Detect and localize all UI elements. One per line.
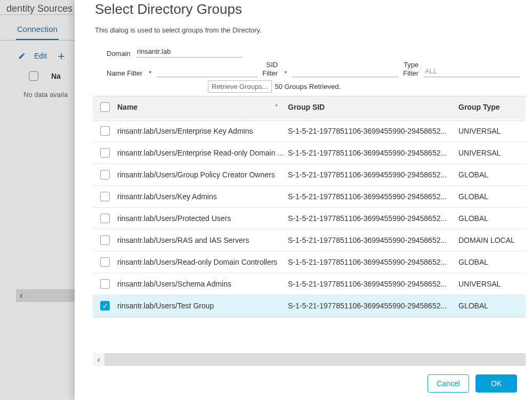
table-row[interactable]: rinsantr.lab/Users/RAS and IAS ServersS-… bbox=[93, 230, 526, 251]
type-filter-label: Type Filter bbox=[403, 61, 418, 77]
row-checkbox[interactable] bbox=[100, 214, 110, 223]
cell-group-sid: S-1-5-21-1977851106-3699455990-29458652.… bbox=[288, 280, 458, 288]
required-asterisk: * bbox=[283, 69, 287, 77]
cell-name: rinsantr.lab/Users/Schema Admins bbox=[117, 280, 288, 288]
table-row[interactable]: rinsantr.lab/Users/Read-only Domain Cont… bbox=[93, 251, 526, 273]
cell-group-sid: S-1-5-21-1977851106-3699455990-29458652.… bbox=[288, 236, 458, 244]
row-checkbox[interactable] bbox=[100, 148, 110, 158]
select-all-checkbox[interactable] bbox=[29, 71, 38, 81]
row-checkbox[interactable] bbox=[100, 279, 110, 289]
cell-name: rinsantr.lab/Users/Group Policy Creator … bbox=[117, 170, 288, 179]
column-group-type[interactable]: Group Type bbox=[458, 103, 526, 111]
cell-group-sid: S-1-5-21-1977851106-3699455990-29458652.… bbox=[288, 258, 458, 266]
cell-group-sid: S-1-5-21-1977851106-3699455990-29458652.… bbox=[288, 170, 458, 179]
required-asterisk: * bbox=[148, 69, 151, 77]
backdrop-pager[interactable]: ‹ bbox=[16, 289, 80, 302]
cell-name: rinsantr.lab/Users/RAS and IAS Servers bbox=[117, 236, 288, 244]
cell-name: rinsantr.lab/Users/Test Group bbox=[117, 301, 288, 310]
cell-group-sid: S-1-5-21-1977851106-3699455990-29458652.… bbox=[288, 301, 458, 310]
table-row[interactable]: rinsantr.lab/Users/Schema AdminsS-1-5-21… bbox=[93, 273, 526, 295]
edit-icon bbox=[18, 52, 26, 60]
chevron-left-icon[interactable]: ‹ bbox=[93, 353, 104, 366]
ok-button[interactable]: OK bbox=[475, 374, 517, 393]
table-row[interactable]: rinsantr.lab/Users/Key AdminsS-1-5-21-19… bbox=[93, 186, 526, 208]
sort-asc-icon: ˄ bbox=[275, 104, 288, 111]
cell-group-type: GLOBAL bbox=[458, 301, 526, 310]
dialog-footer: Cancel OK bbox=[75, 366, 532, 393]
domain-field[interactable] bbox=[136, 46, 243, 58]
filter-bar-2: Name Filter * SID Filter * Type Filter bbox=[75, 61, 532, 80]
cell-group-type: UNIVERSAL bbox=[458, 127, 526, 135]
dialog-description: This dialog is used to select groups fro… bbox=[75, 26, 532, 46]
cell-name: rinsantr.lab/Users/Read-only Domain Cont… bbox=[117, 258, 288, 266]
table-row[interactable]: rinsantr.lab/Users/Enterprise Read-only … bbox=[93, 142, 526, 164]
row-checkbox[interactable] bbox=[100, 235, 110, 245]
sid-filter-input[interactable] bbox=[292, 66, 399, 77]
cell-group-type: GLOBAL bbox=[458, 170, 526, 179]
cancel-button[interactable]: Cancel bbox=[428, 374, 469, 393]
row-checkbox[interactable] bbox=[100, 170, 110, 179]
edit-button[interactable]: Edit bbox=[34, 52, 47, 60]
table-row[interactable]: rinsantr.lab/Users/Group Policy Creator … bbox=[93, 164, 526, 186]
cell-name: rinsantr.lab/Users/Protected Users bbox=[117, 214, 288, 223]
tab-connection[interactable]: Connection bbox=[16, 21, 59, 40]
domain-label: Domain bbox=[107, 50, 131, 58]
cell-name: rinsantr.lab/Users/Key Admins bbox=[117, 192, 288, 201]
column-name-header: Na bbox=[51, 72, 61, 80]
filter-bar: Domain bbox=[75, 46, 532, 61]
table-body: rinsantr.lab/Users/Enterprise Key Admins… bbox=[93, 118, 526, 317]
cell-group-type: GLOBAL bbox=[458, 258, 526, 266]
cell-group-type: GLOBAL bbox=[458, 192, 526, 201]
chevron-left-icon[interactable]: ‹ bbox=[16, 291, 27, 300]
cell-name: rinsantr.lab/Users/Enterprise Read-only … bbox=[117, 149, 288, 157]
cell-name: rinsantr.lab/Users/Enterprise Key Admins bbox=[117, 127, 288, 135]
table-row[interactable]: rinsantr.lab/Users/Enterprise Key Admins… bbox=[93, 120, 526, 142]
cell-group-sid: S-1-5-21-1977851106-3699455990-29458652.… bbox=[288, 214, 458, 223]
row-checkbox[interactable] bbox=[100, 192, 110, 201]
table-row[interactable]: rinsantr.lab/Users/Protected UsersS-1-5-… bbox=[93, 208, 526, 230]
sid-filter-label: SID Filter bbox=[262, 61, 278, 77]
add-icon[interactable]: ＋ bbox=[55, 48, 67, 64]
horizontal-scrollbar[interactable]: ‹ bbox=[93, 353, 526, 366]
column-group-sid[interactable]: Group SID bbox=[288, 103, 458, 111]
cell-group-type: UNIVERSAL bbox=[458, 149, 526, 157]
row-checkbox[interactable] bbox=[100, 126, 110, 136]
cell-group-sid: S-1-5-21-1977851106-3699455990-29458652.… bbox=[288, 127, 458, 135]
table-row[interactable]: rinsantr.lab/Users/Test GroupS-1-5-21-19… bbox=[93, 295, 526, 317]
retrieve-count: 50 Groups Retrieved. bbox=[275, 83, 341, 91]
column-name[interactable]: Name ˄ bbox=[117, 103, 288, 111]
select-all-checkbox[interactable] bbox=[100, 102, 110, 112]
row-checkbox[interactable] bbox=[100, 257, 110, 267]
retrieve-groups-button[interactable]: Retrieve Groups... bbox=[208, 80, 272, 93]
cell-group-sid: S-1-5-21-1977851106-3699455990-29458652.… bbox=[288, 149, 458, 157]
dialog-title: Select Directory Groups bbox=[75, 0, 532, 26]
groups-table: Name ˄ Group SID Group Type rinsantr.lab… bbox=[93, 96, 526, 340]
name-filter-input[interactable] bbox=[157, 66, 258, 77]
select-directory-groups-dialog: Select Directory Groups This dialog is u… bbox=[75, 0, 532, 400]
cell-group-type: DOMAIN LOCAL bbox=[458, 236, 526, 244]
row-checkbox[interactable] bbox=[100, 301, 110, 311]
cell-group-type: UNIVERSAL bbox=[458, 280, 526, 288]
name-filter-label: Name Filter bbox=[107, 69, 142, 77]
table-header: Name ˄ Group SID Group Type bbox=[93, 96, 526, 118]
cell-group-type: GLOBAL bbox=[458, 214, 526, 223]
cell-group-sid: S-1-5-21-1977851106-3699455990-29458652.… bbox=[288, 192, 458, 201]
type-filter-input[interactable] bbox=[424, 66, 520, 77]
